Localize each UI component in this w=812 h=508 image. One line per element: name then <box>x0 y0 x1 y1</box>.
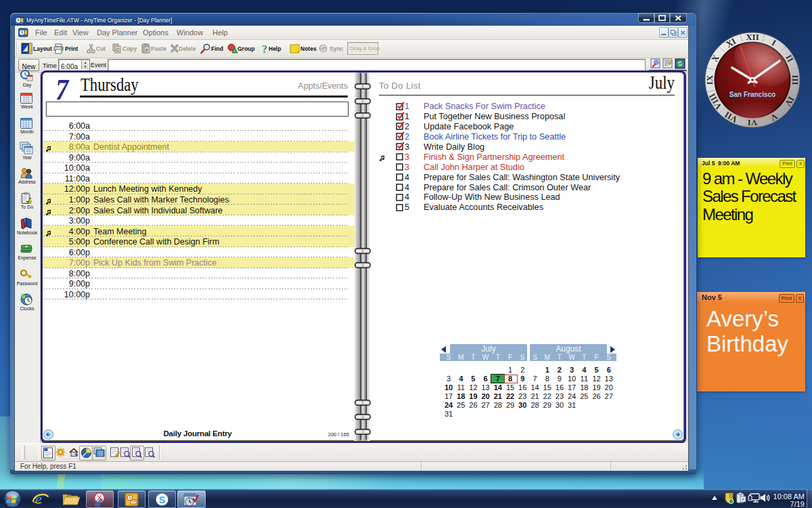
svg-text:III: III <box>790 75 800 85</box>
svg-text:IX: IX <box>704 75 715 85</box>
svg-text:S: S <box>159 494 165 505</box>
svg-text:e: e <box>35 490 42 507</box>
svg-text:P: P <box>145 48 149 53</box>
svg-text:?: ? <box>262 43 267 55</box>
svg-text:C: C <box>116 47 119 52</box>
svg-text:San Francisco: San Francisco <box>729 91 775 98</box>
